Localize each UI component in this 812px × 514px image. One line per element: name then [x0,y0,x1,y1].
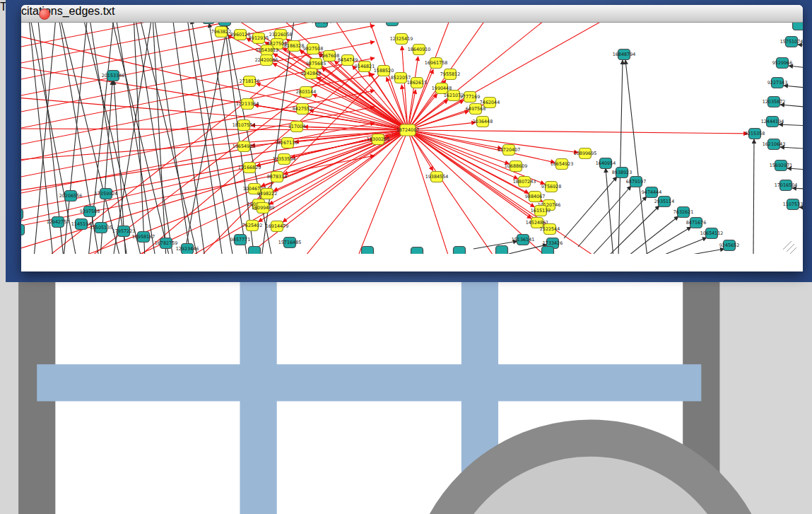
graph-node-label: 16782759 [155,240,178,246]
window-title: citations_edges.txt [21,5,803,18]
graph-node[interactable] [454,247,466,255]
graph-node-label: 8215358 [745,131,765,136]
minimize-window-button[interactable] [69,8,78,18]
graph-node-label: 19384554 [425,174,449,180]
graph-node-label: 1640954 [596,160,616,166]
graph-node-label: 18107554 [233,122,256,128]
graph-node-label: 6497568 [466,106,486,112]
graph-node[interactable] [411,247,423,255]
graph-node[interactable] [496,246,508,255]
canvas-resize-grip[interactable] [783,241,796,254]
graph-node-label: 1862615 [407,80,427,86]
graph-node-label: 12444194 [761,119,784,124]
zoom-window-button[interactable] [21,8,31,18]
graph-node-label: 1145194 [71,221,91,227]
graph-node-label: 13505135 [90,225,113,230]
graph-node-label: 8267130 [278,140,298,146]
graph-node-label: 9397588 [80,209,100,214]
graph-node-label: 9875685 [306,61,326,66]
graph-node-label: 2935114 [654,199,674,204]
graph-node-label: 12213364 [236,101,259,107]
graph-node-label: 117004 [288,124,305,129]
graph-node-label: 12325419 [390,36,413,42]
graph-node-label: 7632621 [673,209,693,215]
graph-node-label: 16958167 [132,234,155,240]
graph-node-label: 9245652 [719,243,739,248]
graph-node-label: 8471676 [686,220,706,226]
graph-node-label: 12353594 [273,156,296,162]
graph-node-label: 9146821 [355,64,375,69]
graph-node-label: 7625402 [242,223,262,228]
graph-node-label: 8938923 [612,170,632,175]
graph-node-label: 10899695 [574,151,597,156]
graph-node-label: 1107533 [783,201,803,207]
graph-node-label: 16543812 [256,47,279,53]
graph-node-label: 9474444 [642,189,661,195]
network-view-window[interactable]: citations_edges.txt 18724007796382289601… [21,5,803,271]
graph-node-label: 1733426 [543,240,563,246]
graph-node-label: 9827508 [303,46,323,52]
graph-node-label: 15720407 [498,147,521,153]
graph-node-label: 12942757 [47,219,70,225]
window-titlebar[interactable]: citations_edges.txt [21,5,803,23]
graph-node-label: 22420046 [255,57,278,63]
desktop-background: citations_edges.txt 18724007796382289601… [6,0,812,282]
graph-node-label: 9242848 [301,71,321,76]
graph-node-label: 9884067 [525,194,545,199]
graph-node-label: 19166829 [238,165,261,170]
graph-node-label: 1588520 [374,68,394,74]
graph-node-label: 8960128 [230,32,250,37]
graph-node-label: 9529966 [772,60,792,66]
graph-node-label: 15136141 [512,237,535,243]
graph-node-label: 18724007 [396,127,420,133]
graph-node-label: 2803144 [296,89,316,95]
graph-node-label: 23226058 [269,32,293,37]
graph-node[interactable] [362,247,374,255]
graph-node-label: 7955812 [440,71,460,77]
graph-node-label: 18807243 [513,179,536,185]
graph-node-label: 16210643 [763,141,786,147]
graph-node-label: 8427552 [293,106,312,112]
graph-node-label: 18300295 [367,136,390,142]
graph-node-label: 15692971 [770,163,793,168]
graph-node-label: 12035872 [763,99,786,105]
network-canvas[interactable]: 1872400779638228960128891293523226058982… [21,5,803,257]
graph-node-label: 8454749 [338,57,358,63]
graph-node-label: 9498222 [257,191,277,197]
graph-node-label: 7462044 [480,100,500,105]
graph-node-label: 19654985 [233,144,256,149]
graph-node-label: 2036448 [473,119,493,124]
graph-node-label: 1615132 [531,208,551,214]
close-window-button[interactable] [39,8,50,20]
graph-node-label: 18640910 [408,47,431,52]
graph-node-label: 9857771 [230,237,250,243]
graph-node[interactable] [542,247,554,255]
graph-node-label: 9227343 [767,80,787,86]
graph-node[interactable] [21,209,23,220]
graph-node[interactable] [249,247,261,255]
graph-node-label: 8878334 [267,174,287,180]
graph-node-label: 16099489 [252,205,275,211]
citation-network-graph[interactable]: 1872400779638228960128891293523226058982… [21,5,803,254]
graph-node-label: 2967608 [319,53,339,59]
graph-node-label: 20153346 [102,73,125,78]
graph-node-label: 2718176 [240,78,259,84]
graph-node-label: 9756928 [541,184,561,189]
graph-node-label: 2522544 [540,226,560,232]
graph-node-label: 16654923 [551,161,574,167]
graph-node-label: 15716485 [278,240,302,245]
graph-node-label: 6879197 [626,179,646,185]
graph-node-label: 17359924 [95,191,118,197]
graph-node-label: 8912935 [249,35,269,41]
graph-node-label: 17957223 [112,228,136,234]
graph-node-label: 10654112 [700,230,724,236]
graph-node-label: 15751074 [780,39,803,45]
graph-node-label: 20206556 [59,193,83,199]
graph-node-label: 7963822 [211,29,231,35]
graph-node-label: 10688609 [505,163,528,169]
graph-node-label: 16961758 [425,60,448,66]
graph-node-label: 9777169 [460,94,480,100]
graph-node-label: 16848794 [613,52,636,57]
graph-node[interactable] [21,225,25,235]
graph-node-label: 16914479 [266,223,289,229]
